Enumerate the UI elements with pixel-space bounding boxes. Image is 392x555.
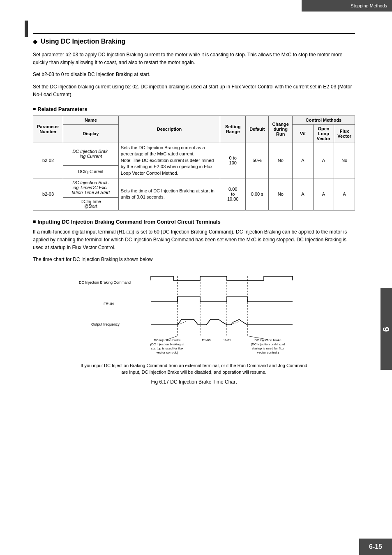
dc-injection-para-1: If a multi-function digital input termin… bbox=[33, 228, 355, 252]
col-header-change: ChangeduringRun bbox=[269, 116, 293, 143]
col-header-param-number: ParameterNumber bbox=[33, 116, 63, 143]
col-header-description: Description bbox=[118, 116, 220, 143]
annot-dc-brake-left-4: vector control.) bbox=[157, 351, 178, 354]
param-b2-02-default: 50% bbox=[246, 143, 269, 178]
diamond-icon: ◆ bbox=[33, 38, 37, 45]
param-b2-02-change: No bbox=[269, 143, 293, 178]
col-header-default: Default bbox=[246, 116, 269, 143]
annot-e1-09: E1-09 bbox=[202, 338, 211, 342]
top-rule bbox=[33, 33, 355, 34]
param-b2-03: b2-03 bbox=[33, 178, 63, 210]
annot-b2-01: b2-01 bbox=[223, 338, 231, 342]
param-b2-02-open: A bbox=[313, 143, 334, 178]
related-params-label: Related Parameters bbox=[37, 106, 87, 112]
label-output-freq: Output frequency bbox=[91, 322, 120, 326]
col-header-flux-vector: FluxVector bbox=[334, 124, 355, 143]
col-header-open-loop: OpenLoopVector bbox=[313, 124, 334, 143]
col-header-control-methods: Control Methods bbox=[293, 116, 355, 124]
frun-signal bbox=[151, 297, 293, 302]
param-b2-03-flux: A bbox=[334, 178, 355, 210]
annot-dc-brake-right-3: startup is used for flux bbox=[252, 347, 284, 350]
related-params-title: Related Parameters bbox=[33, 106, 355, 112]
col-header-display: Display bbox=[63, 124, 118, 143]
page-number: 6-15 bbox=[369, 543, 382, 550]
table-row: b2-02 DC Injection Brak-ing Current Sets… bbox=[33, 143, 355, 165]
label-frun: FRUN bbox=[104, 302, 114, 306]
chapter-tab: 6 bbox=[380, 288, 392, 370]
param-b2-03-display: DCInj Time@Start bbox=[63, 197, 118, 210]
main-content: ◆ Using DC Injection Braking Set paramet… bbox=[33, 0, 371, 385]
section-title-text: Using DC Injection Braking bbox=[41, 38, 125, 45]
table-header-row-1: ParameterNumber Name Description Setting… bbox=[33, 116, 355, 124]
param-b2-03-vf: A bbox=[293, 178, 314, 210]
col-header-vf: V/f bbox=[293, 124, 314, 143]
param-b2-02-display: DCInj Current bbox=[63, 165, 118, 178]
param-b2-03-change: No bbox=[269, 178, 293, 210]
body-paragraph-2: Set b2-03 to 0 to disable DC Injection B… bbox=[33, 71, 355, 79]
annot-dc-brake-left-1: DC injection brake bbox=[154, 338, 181, 342]
param-b2-03-default: 0.00 s bbox=[246, 178, 269, 210]
annot-dc-brake-right-4: vector control.) bbox=[257, 351, 279, 354]
annot-dc-brake-left-2: (DC injection braking at bbox=[150, 342, 184, 346]
dc-injection-para-2: The time chart for DC Injection Braking … bbox=[33, 256, 355, 264]
chart-container: DC Injection Braking Command FRUN Output… bbox=[79, 272, 309, 385]
parameters-table: ParameterNumber Name Description Setting… bbox=[33, 116, 355, 210]
col-header-setting-range: SettingRange bbox=[220, 116, 246, 143]
annot-dc-brake-right-2: (DC injection braking at bbox=[251, 342, 285, 346]
page-number-box: 6-15 bbox=[359, 539, 392, 555]
col-header-name: Name bbox=[63, 116, 118, 124]
dc-injection-section-title: Inputting DC Injection Braking Command f… bbox=[33, 219, 355, 225]
param-b2-03-range: 0.00to10.00 bbox=[220, 178, 246, 210]
chapter-number: 6 bbox=[381, 326, 392, 332]
annot-dc-brake-right-1: DC injection brake bbox=[254, 338, 281, 342]
param-b2-02-flux: No bbox=[334, 143, 355, 178]
chart-figure-caption: Fig 6.17 DC Injection Brake Time Chart bbox=[79, 379, 309, 385]
param-b2-02-vf: A bbox=[293, 143, 314, 178]
dc-injection-signal bbox=[151, 276, 293, 280]
param-b2-02-desc: Sets the DC Injection Braking current as… bbox=[118, 143, 220, 178]
param-b2-02: b2-02 bbox=[33, 143, 63, 178]
param-b2-03-desc: Sets the time of DC Injection Braking at… bbox=[118, 178, 220, 210]
header-title: Stopping Methods bbox=[350, 3, 387, 8]
timing-chart-svg: DC Injection Braking Command FRUN Output… bbox=[79, 272, 309, 358]
chart-caption: If you input DC Injection Braking Comman… bbox=[79, 362, 309, 376]
annot-dc-brake-left-3: startup is used for flux bbox=[151, 347, 183, 350]
body-paragraph-1: Set parameter b2-03 to apply DC Injectio… bbox=[33, 51, 355, 67]
param-b2-02-range: 0 to100 bbox=[220, 143, 246, 178]
header-bar: Stopping Methods bbox=[302, 0, 392, 12]
body-paragraph-3: Set the DC injection braking current usi… bbox=[33, 83, 355, 99]
table-row: b2-03 DC Injection Brak-ing Time/DC Exci… bbox=[33, 178, 355, 197]
output-freq-signal bbox=[151, 319, 293, 325]
left-accent-strip bbox=[25, 21, 28, 37]
section-title: ◆ Using DC Injection Braking bbox=[33, 38, 355, 45]
param-b2-03-name: DC Injection Brak-ing Time/DC Exci-tatio… bbox=[63, 178, 118, 197]
label-dc-injection: DC Injection Braking Command bbox=[79, 280, 131, 284]
param-b2-03-open: A bbox=[313, 178, 334, 210]
param-b2-02-name: DC Injection Brak-ing Current bbox=[63, 143, 118, 165]
dc-injection-title-text: Inputting DC Injection Braking Command f… bbox=[37, 219, 220, 225]
